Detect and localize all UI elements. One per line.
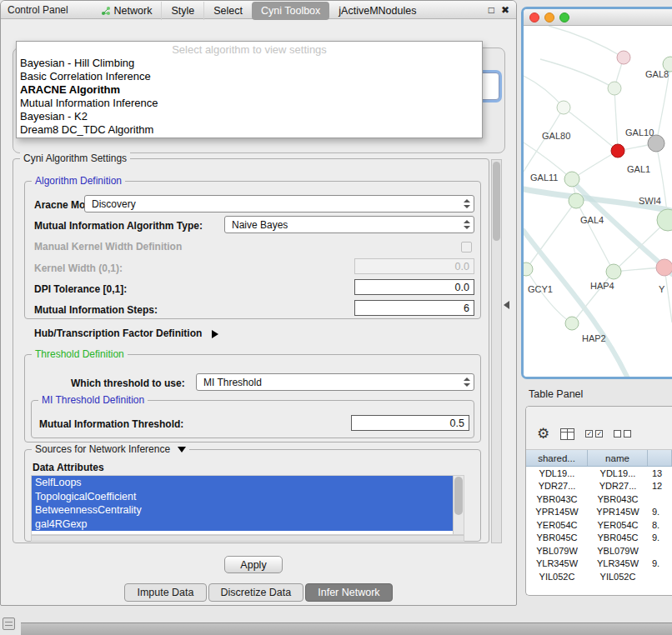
tab-select[interactable]: Select bbox=[203, 2, 252, 20]
table-row[interactable]: YPR145W YPR145W 9. bbox=[526, 506, 672, 519]
column-header-name[interactable]: name bbox=[588, 450, 648, 466]
network-node[interactable] bbox=[564, 172, 579, 187]
algorithm-option-selected[interactable]: ARACNE Algorithm bbox=[17, 83, 482, 97]
list-horizontal-scrollbar[interactable] bbox=[31, 535, 464, 542]
list-scrollbar-thumb[interactable] bbox=[454, 477, 463, 515]
settings-scrollbar-thumb[interactable] bbox=[493, 162, 500, 241]
sources-toggle[interactable]: Sources for Network Inference bbox=[32, 443, 189, 455]
cell-name[interactable]: YBR045C bbox=[588, 532, 648, 542]
deselect-all-columns-icon[interactable] bbox=[614, 430, 631, 438]
cell-name[interactable]: YDL19... bbox=[588, 468, 648, 478]
cell-value[interactable]: 9. bbox=[648, 558, 672, 568]
tab-discretize-data[interactable]: Discretize Data bbox=[208, 583, 304, 602]
sources-title: Sources for Network Inference bbox=[35, 443, 170, 455]
mi-steps-field[interactable]: 6 bbox=[354, 300, 474, 316]
tab-impute-data[interactable]: Impute Data bbox=[124, 583, 206, 602]
minimize-traffic-light[interactable] bbox=[544, 12, 554, 22]
cell-shared[interactable]: YBR045C bbox=[526, 532, 588, 542]
node-label: GAL1 bbox=[627, 164, 650, 174]
algorithm-option[interactable]: Bayesian - K2 bbox=[17, 110, 482, 123]
tab-jactivemnodules[interactable]: jActiveMNodules bbox=[329, 2, 425, 20]
cell-shared[interactable]: YBR043C bbox=[526, 494, 588, 504]
column-header-shared[interactable]: shared... bbox=[526, 450, 588, 466]
network-node[interactable] bbox=[569, 193, 584, 208]
network-node-pink[interactable] bbox=[656, 259, 672, 276]
cell-shared[interactable]: YER054C bbox=[526, 520, 588, 530]
list-item[interactable]: gal4RGexp bbox=[32, 518, 453, 532]
list-item[interactable]: TopologicalCoefficient bbox=[32, 490, 453, 504]
cell-value[interactable]: 8. bbox=[648, 520, 672, 530]
table-panel-window: ⚙ ✓ ✓ shared... name YDL19... YDL19... 1… bbox=[525, 406, 672, 596]
settings-scrollbar[interactable] bbox=[491, 159, 502, 543]
cell-shared[interactable]: YBL079W bbox=[526, 546, 588, 556]
bottom-panel-edge[interactable] bbox=[21, 622, 672, 635]
mi-type-select[interactable]: Naive Bayes bbox=[224, 216, 474, 233]
gear-icon[interactable]: ⚙ bbox=[537, 427, 549, 441]
group-title: Algorithm Definition bbox=[32, 175, 125, 187]
tab-style[interactable]: Style bbox=[161, 2, 203, 20]
select-all-columns-icon[interactable]: ✓ ✓ bbox=[585, 430, 603, 438]
table-row[interactable]: YDR27... YDR27... 12 bbox=[526, 480, 672, 493]
network-node[interactable] bbox=[617, 51, 630, 64]
cell-shared[interactable]: YIL052C bbox=[526, 572, 588, 582]
cell-name[interactable]: YLR345W bbox=[588, 558, 648, 568]
network-node[interactable] bbox=[606, 264, 621, 279]
cell-name[interactable]: YBR043C bbox=[588, 494, 648, 504]
table-row[interactable]: YIL052C YIL052C bbox=[526, 570, 672, 583]
columns-icon[interactable] bbox=[560, 428, 574, 440]
which-threshold-select[interactable]: MI Threshold bbox=[196, 373, 474, 391]
cell-shared[interactable]: YDR27... bbox=[526, 481, 588, 491]
algorithm-option[interactable]: Bayesian - Hill Climbing bbox=[17, 57, 482, 70]
table-row[interactable]: YBR043C YBR043C bbox=[526, 492, 672, 506]
restore-panel-icon[interactable] bbox=[3, 618, 15, 630]
network-node-red[interactable] bbox=[611, 144, 624, 158]
tab-infer-network[interactable]: Infer Network bbox=[305, 583, 392, 602]
mi-threshold-field[interactable]: 0.5 bbox=[351, 415, 469, 431]
apply-button[interactable]: Apply bbox=[224, 556, 283, 573]
panel-splitter-arrow-icon[interactable] bbox=[504, 301, 509, 309]
table-row[interactable]: YDL19... YDL19... 13 bbox=[526, 467, 672, 480]
column-header-cut[interactable] bbox=[648, 450, 672, 466]
cell-shared[interactable]: YDL19... bbox=[526, 468, 588, 478]
dpi-tolerance-field[interactable]: 0.0 bbox=[354, 279, 474, 295]
cell-value[interactable]: 9. bbox=[648, 507, 672, 517]
list-scrollbar[interactable] bbox=[453, 476, 464, 534]
network-canvas[interactable]: GAL8 GAL80 GAL10 GAL11 GAL1 SWI4 GAL4 GC… bbox=[524, 26, 672, 378]
aracne-mode-select[interactable]: Discovery bbox=[84, 195, 474, 212]
network-window-titlebar[interactable] bbox=[524, 9, 672, 26]
zoom-traffic-light[interactable] bbox=[559, 12, 569, 22]
list-item[interactable]: BetweennessCentrality bbox=[32, 503, 453, 518]
network-node[interactable] bbox=[557, 101, 570, 114]
tab-cyni-toolbox[interactable]: Cyni Toolbox bbox=[252, 2, 329, 20]
cell-value[interactable]: 13 bbox=[648, 468, 672, 478]
algorithm-option[interactable]: Mutual Information Inference bbox=[17, 97, 482, 110]
cell-value[interactable]: 9. bbox=[648, 532, 672, 542]
table-row[interactable]: YLR345W YLR345W 9. bbox=[526, 558, 672, 571]
cell-name[interactable]: YIL052C bbox=[588, 572, 648, 582]
cell-shared[interactable]: YPR145W bbox=[526, 507, 588, 517]
data-attributes-list[interactable]: SelfLoops TopologicalCoefficient Between… bbox=[31, 475, 464, 535]
network-node-gray[interactable] bbox=[648, 135, 664, 152]
list-item[interactable]: SelfLoops bbox=[32, 476, 453, 490]
tab-network[interactable]: Network bbox=[92, 2, 162, 20]
cell-shared[interactable]: YLR345W bbox=[526, 558, 588, 568]
network-node[interactable] bbox=[608, 82, 621, 95]
control-panel-tabs: Network Style Select Cyni Toolbox jActiv… bbox=[1, 1, 516, 21]
desktop: Control Panel □ ✖ Network bbox=[0, 0, 672, 635]
node-label: HAP4 bbox=[590, 281, 614, 291]
network-node[interactable] bbox=[565, 317, 579, 330]
manual-kernel-label: Manual Kernel Width Definition bbox=[34, 241, 182, 252]
cell-name[interactable]: YPR145W bbox=[588, 507, 648, 517]
cell-value[interactable]: 12 bbox=[648, 481, 672, 491]
cell-name[interactable]: YBL079W bbox=[588, 546, 648, 556]
table-row[interactable]: YBL079W YBL079W bbox=[526, 544, 672, 558]
cell-name[interactable]: YDR27... bbox=[588, 481, 648, 491]
network-node[interactable] bbox=[524, 262, 533, 276]
algorithm-option[interactable]: Basic Correlation Inference bbox=[17, 70, 482, 83]
algorithm-option[interactable]: Dream8 DC_TDC Algorithm bbox=[17, 123, 482, 137]
hub-definition-toggle[interactable]: Hub/Transcription Factor Definition bbox=[34, 328, 218, 339]
table-row[interactable]: YBR045C YBR045C 9. bbox=[526, 532, 672, 545]
table-row[interactable]: YER054C YER054C 8. bbox=[526, 518, 672, 532]
cell-name[interactable]: YER054C bbox=[588, 520, 648, 530]
close-traffic-light[interactable] bbox=[529, 12, 539, 22]
